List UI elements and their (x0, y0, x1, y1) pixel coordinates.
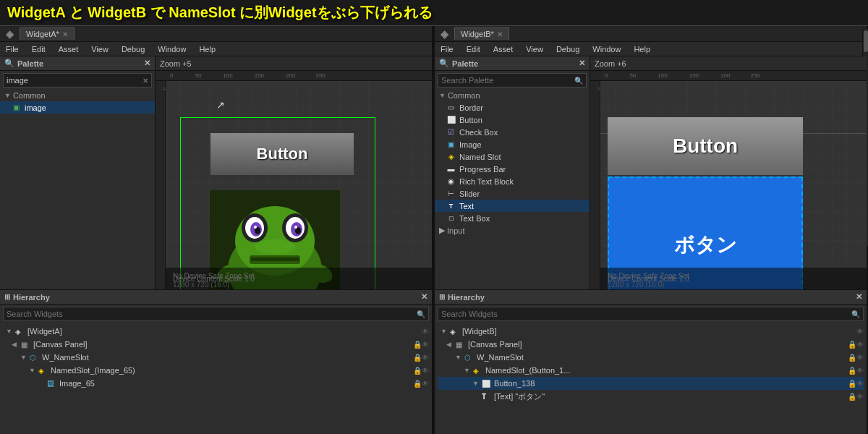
right-widget-canvas[interactable]: Button ボタン Device Content Scale 1.0 No D… (600, 81, 867, 289)
right-menu-view[interactable]: View (520, 42, 549, 56)
left-tree-actions-2: 🔒👁 (413, 354, 429, 362)
right-menu-asset[interactable]: Asset (488, 42, 519, 56)
right-palette-section-common[interactable]: ▼ Common (435, 90, 590, 101)
right-tree-icon-1: ▦ (456, 341, 466, 349)
right-progressbar-label: Progress Bar (459, 165, 506, 174)
left-menu-asset[interactable]: Asset (53, 42, 85, 56)
right-progressbar-icon: ▬ (446, 164, 456, 174)
right-hierarchy-title: Hierarchy (448, 293, 485, 302)
left-cursor-indicator: ↗ (216, 99, 225, 111)
left-tree-item-widgeta[interactable]: ▼ ◈ [WidgetA] 👁 (3, 325, 429, 338)
right-tree-item-namedslot-button[interactable]: ▼ ◈ NamedSlot_(Button_1... 🔒👁 (438, 364, 864, 377)
left-ruler-v: 05 (156, 81, 166, 289)
left-tree-item-nameslot[interactable]: ▼ ⬡ W_NameSlot 🔒👁 (3, 351, 429, 364)
right-menu-debug[interactable]: Debug (550, 42, 585, 56)
left-widget-canvas[interactable]: ↗ Button (166, 81, 432, 289)
right-hierarchy-tree: ▼ ◈ [WidgetB] 👁 ◀ ▦ [Canvas Panel] 🔒👁 ▼ … (435, 323, 867, 434)
left-button-widget: Button (210, 132, 354, 176)
left-menu-edit[interactable]: Edit (26, 42, 51, 56)
right-palette-item-textbox[interactable]: ⊡ Text Box (435, 212, 590, 224)
left-tree-item-image65[interactable]: 🖼 Image_65 🔒👁 (3, 377, 429, 390)
left-palette-item-image[interactable]: ▣ image (0, 101, 155, 114)
right-text-label: Text (459, 202, 474, 210)
right-palette-item-border[interactable]: ▭ Border (435, 101, 590, 114)
left-hierarchy-close[interactable]: ✕ (421, 292, 427, 302)
right-tree-item-widgetb[interactable]: ▼ ◈ [WidgetB] 👁 (438, 325, 864, 338)
left-menu-file[interactable]: File (0, 42, 25, 56)
right-palette-close[interactable]: ✕ (579, 59, 585, 68)
right-zoom-label: Zoom +6 (595, 59, 626, 68)
right-palette-search-input[interactable] (441, 76, 571, 85)
right-tree-item-canvas[interactable]: ◀ ▦ [Canvas Panel] 🔒👁 (438, 338, 864, 351)
right-common-arrow: ▼ (439, 92, 446, 99)
right-menu-bar: File Edit Asset View Debug Window Help (435, 42, 867, 56)
left-menu-window[interactable]: Window (152, 42, 192, 56)
left-tree-item-namedslot-image[interactable]: ▼ ◈ NamedSlot_(Image_65) 🔒👁 (3, 364, 429, 377)
right-palette-item-slider[interactable]: ⊢ Slider (435, 187, 590, 200)
right-palette-item-namedslot[interactable]: ◈ Named Slot (435, 150, 590, 163)
left-menu-view[interactable]: View (85, 42, 114, 56)
left-palette-search-box[interactable]: ✕ (3, 73, 152, 88)
left-widget-frame: Button (180, 117, 375, 289)
right-common-label: Common (448, 91, 480, 100)
right-menu-help[interactable]: Help (628, 42, 656, 56)
left-common-label: Common (13, 91, 46, 100)
left-tab-bar: ◈ WidgetA* ✕ (0, 26, 432, 42)
right-tree-item-text-button[interactable]: T [Text] "ボタン" 🔒👁 (438, 390, 864, 403)
right-tree-item-nameslot[interactable]: ▼ ⬡ W_NameSlot 🔒👁 (438, 351, 864, 364)
left-tree-arrow-2: ▼ (20, 354, 27, 361)
left-tree-label-0: [WidgetA] (27, 327, 62, 336)
left-palette-clear-icon[interactable]: ✕ (142, 77, 148, 85)
right-button-text: Button (673, 135, 738, 158)
right-menu-edit[interactable]: Edit (461, 42, 486, 56)
left-tree-actions-4: 🔒👁 (413, 380, 429, 388)
left-tab-close[interactable]: ✕ (62, 30, 68, 38)
right-widget-frame: Button ボタン (608, 117, 803, 289)
left-tree-item-canvas[interactable]: ◀ ▦ [Canvas Panel] 🔒👁 (3, 338, 429, 351)
right-palette-item-richtextblock[interactable]: ◉ Rich Text Block (435, 175, 590, 187)
right-palette-item-checkbox[interactable]: ☑ Check Box (435, 126, 590, 138)
svg-point-12 (294, 226, 297, 229)
right-palette-search-icon: 🔍 (574, 77, 583, 85)
right-palette-search-box[interactable]: 🔍 (438, 73, 587, 88)
right-tab-close[interactable]: ✕ (497, 30, 503, 38)
right-richtextblock-icon: ◉ (446, 176, 456, 186)
right-tree-label-5: [Text] "ボタン" (494, 391, 545, 402)
left-menu-help[interactable]: Help (193, 42, 221, 56)
right-tree-arrow-4: ▼ (472, 380, 480, 387)
left-widget-tab[interactable]: WidgetA* ✕ (20, 27, 75, 40)
right-menu-window[interactable]: Window (587, 42, 626, 56)
right-canvas-toolbar: Zoom +6 (590, 56, 867, 71)
right-canvas-area: Zoom +6 0 50 100 150 200 250 05 (590, 56, 867, 289)
right-palette-item-image[interactable]: ▣ Image (435, 138, 590, 150)
right-palette-item-button[interactable]: ⬜ Button (435, 114, 590, 126)
right-button-label: Button (459, 116, 482, 124)
right-widget-tab[interactable]: WidgetB* ✕ (454, 27, 509, 40)
right-tree-arrow-0: ▼ (441, 328, 448, 335)
right-hierarchy-close[interactable]: ✕ (856, 292, 862, 302)
left-menu-debug[interactable]: Debug (116, 42, 150, 56)
right-resolution: 1280 x 720 (16:0) (608, 279, 664, 289)
right-tree-actions-5: 🔒👁 (848, 393, 864, 401)
left-hierarchy-search-input[interactable] (7, 310, 414, 318)
left-resolution: 1280 x 720 (16:0) (173, 279, 229, 289)
right-hierarchy-search-input[interactable] (441, 310, 848, 318)
right-tree-label-1: [Canvas Panel] (468, 340, 522, 349)
right-slider-icon: ⊢ (446, 189, 456, 198)
right-tree-item-button138[interactable]: ▼ ⬜ Button_138 🔒👁 (438, 377, 864, 390)
left-canvas-viewport: 0 50 100 150 200 250 05 (156, 71, 432, 289)
left-hierarchy-search-box[interactable]: 🔍 (3, 307, 429, 321)
left-palette-close[interactable]: ✕ (144, 59, 150, 68)
left-palette-panel: 🔍 Palette ✕ ✕ ▼ Common ▣ image (0, 56, 156, 289)
right-panel-body: 🔍 Palette ✕ 🔍 ▼ Common ▭ Border (435, 56, 867, 289)
right-palette-item-progressbar[interactable]: ▬ Progress Bar (435, 163, 590, 175)
left-palette-search-input[interactable] (7, 76, 140, 85)
right-palette-item-text[interactable]: T Text (435, 200, 590, 212)
left-panel: ◈ WidgetA* ✕ File Edit Asset View Debug … (0, 26, 433, 434)
left-palette-section-common[interactable]: ▼ Common (0, 90, 155, 101)
svg-point-7 (254, 226, 257, 229)
right-palette-section-input[interactable]: ▶ Input (435, 224, 590, 237)
right-menu-file[interactable]: File (435, 42, 459, 56)
left-tree-icon-0: ◈ (15, 328, 25, 336)
right-hierarchy-search-box[interactable]: 🔍 (438, 307, 864, 321)
